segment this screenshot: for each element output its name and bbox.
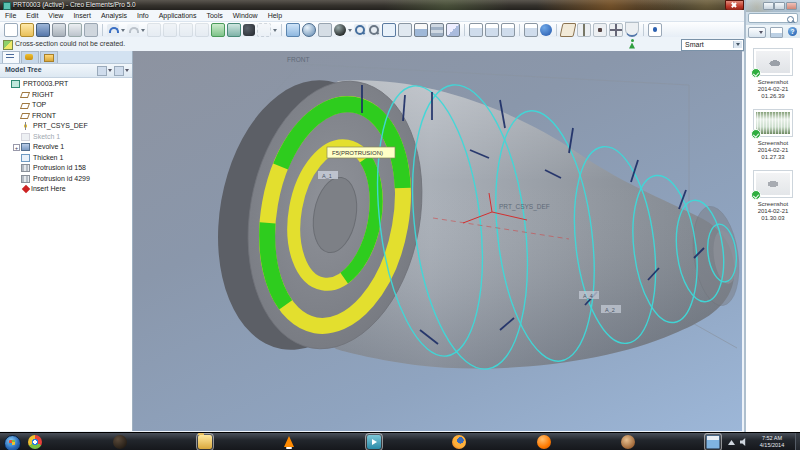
enhanced-realism-icon[interactable]: [318, 23, 332, 37]
menu-file[interactable]: File: [0, 12, 21, 19]
tree-item-part-root[interactable]: PRT0003.PRT: [0, 79, 132, 90]
file-thumbnail[interactable]: [753, 48, 793, 76]
tree-expand-toggle[interactable]: [13, 123, 20, 130]
tab-model-tree[interactable]: [2, 51, 20, 63]
refit-icon[interactable]: [382, 23, 396, 37]
tree-expand-toggle[interactable]: [13, 102, 20, 109]
tree-item-revolve-1[interactable]: + Revolve 1: [0, 142, 132, 153]
views-button[interactable]: [748, 27, 766, 38]
tree-item-insert-here[interactable]: Insert Here: [0, 184, 132, 195]
separator[interactable]: [102, 24, 103, 36]
menu-view[interactable]: View: [43, 12, 68, 19]
hidden-icons-caret[interactable]: [728, 440, 735, 445]
cut-icon[interactable]: [147, 23, 161, 37]
tree-expand-toggle[interactable]: [3, 81, 10, 88]
taskbar-chrome-icon[interactable]: [28, 435, 42, 449]
show-desktop-button[interactable]: [795, 433, 800, 450]
tab-folder-browser[interactable]: [40, 51, 58, 63]
menu-tools[interactable]: Tools: [201, 12, 227, 19]
separator[interactable]: [556, 24, 557, 36]
separator[interactable]: [643, 24, 644, 36]
taskbar-firefox-icon[interactable]: [452, 435, 466, 449]
shaded-view-icon[interactable]: [302, 23, 316, 37]
tree-expand-toggle[interactable]: [13, 154, 20, 161]
file-screenshot-013003[interactable]: Screenshot 2014-02-21 01.30.03: [747, 170, 799, 222]
taskbar-clock[interactable]: 7:52 AM 4/15/2014: [752, 435, 792, 449]
datum-curve-tool-icon[interactable]: [625, 22, 639, 37]
tree-item-thicken-1[interactable]: Thicken 1: [0, 153, 132, 164]
taskbar-explorer-icon[interactable]: [198, 435, 212, 449]
datum-display-axis-icon[interactable]: [485, 23, 499, 37]
start-button[interactable]: [4, 435, 21, 450]
menu-window[interactable]: Window: [228, 12, 263, 19]
tab-layers[interactable]: [21, 51, 39, 63]
taskbar-vlc-icon[interactable]: [282, 435, 296, 449]
tree-settings-button[interactable]: [97, 66, 112, 75]
regeneration-status-icon[interactable]: [628, 39, 636, 49]
open-file-icon[interactable]: [20, 23, 34, 37]
tree-item-sketch-1[interactable]: Sketch 1: [0, 132, 132, 143]
tree-expand-toggle[interactable]: +: [13, 144, 20, 151]
saved-views-icon[interactable]: [446, 23, 460, 37]
search-input[interactable]: [748, 13, 798, 23]
tree-item-csys[interactable]: PRT_CSYS_DEF: [0, 121, 132, 132]
tree-item-top-plane[interactable]: TOP: [0, 100, 132, 111]
context-help-icon[interactable]: [648, 23, 662, 37]
tree-expand-toggle[interactable]: [13, 165, 20, 172]
separator[interactable]: [464, 24, 465, 36]
print-icon[interactable]: [52, 23, 66, 37]
datum-axis-tool-icon[interactable]: [577, 23, 591, 37]
file-screenshot-012733[interactable]: Screenshot 2014-02-21 01.27.33: [747, 109, 799, 161]
taskbar-avast-icon[interactable]: [537, 435, 551, 449]
maximize-button[interactable]: [774, 2, 785, 10]
chevron-down-icon[interactable]: [733, 41, 742, 48]
erase-icon[interactable]: [84, 23, 98, 37]
datum-csys-tool-icon[interactable]: [609, 23, 623, 37]
activate-window-icon[interactable]: [540, 24, 552, 36]
3d-viewport[interactable]: FRONT: [133, 51, 742, 431]
taskbar-game-icon[interactable]: [621, 435, 635, 449]
menu-help[interactable]: Help: [263, 12, 287, 19]
minimize-button[interactable]: [763, 2, 774, 10]
tree-item-right-plane[interactable]: RIGHT: [0, 90, 132, 101]
file-thumbnail[interactable]: [753, 109, 793, 137]
new-window-icon[interactable]: [524, 23, 538, 37]
tree-item-front-plane[interactable]: FRONT: [0, 111, 132, 122]
model-canvas[interactable]: FRONT: [133, 51, 742, 431]
file-thumbnail[interactable]: [753, 170, 793, 198]
tree-expand-toggle[interactable]: [13, 133, 20, 140]
datum-point-tool-icon[interactable]: [593, 23, 607, 37]
menu-edit[interactable]: Edit: [21, 12, 43, 19]
undo-icon[interactable]: [107, 24, 119, 36]
view-manager-icon[interactable]: [414, 23, 428, 37]
datum-display-plane-icon[interactable]: [469, 23, 483, 37]
menu-info[interactable]: Info: [132, 12, 154, 19]
tree-item-protrusion-4299[interactable]: Protrusion id 4299: [0, 174, 132, 185]
spin-center-icon[interactable]: [334, 24, 346, 36]
menu-analysis[interactable]: Analysis: [96, 12, 132, 19]
file-screenshot-012639[interactable]: Screenshot 2014-02-21 01.26.39: [747, 48, 799, 100]
reorient-icon[interactable]: [398, 23, 412, 37]
print-preview-icon[interactable]: [68, 23, 82, 37]
selection-filter-combo[interactable]: Smart: [681, 39, 744, 51]
explorer-close-button[interactable]: [786, 2, 797, 10]
spin-dropdown[interactable]: [347, 24, 353, 36]
paste-icon[interactable]: [179, 23, 193, 37]
undo-dropdown[interactable]: [120, 24, 126, 36]
taskbar-window-app-icon[interactable]: [706, 435, 720, 449]
repaint-icon[interactable]: [286, 23, 300, 37]
tree-show-button[interactable]: [114, 66, 129, 75]
volume-icon[interactable]: [740, 438, 748, 446]
redo-dropdown[interactable]: [140, 24, 146, 36]
find-icon[interactable]: [243, 24, 255, 36]
separator[interactable]: [519, 24, 520, 36]
regenerate-icon[interactable]: [211, 23, 225, 37]
title-bar[interactable]: PRT0003 (Active) - Creo Elements/Pro 5.0: [0, 0, 744, 10]
redo-icon[interactable]: [127, 24, 139, 36]
taskbar-dark-app-icon[interactable]: [113, 435, 127, 449]
datum-plane-tool-icon[interactable]: [560, 23, 577, 37]
zoom-out-icon[interactable]: [368, 24, 380, 36]
tree-item-protrusion-158[interactable]: Protrusion id 158: [0, 163, 132, 174]
model-solid[interactable]: [198, 66, 742, 368]
taskbar-media-player-icon[interactable]: [367, 435, 381, 449]
